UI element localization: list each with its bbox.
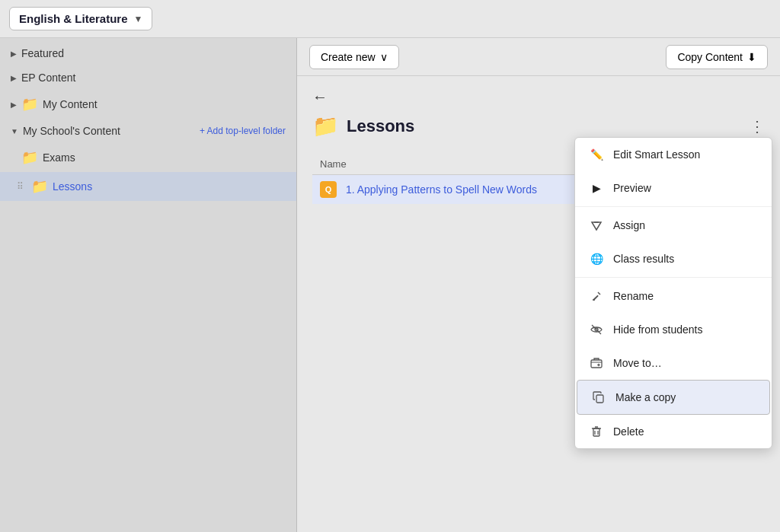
ctx-make-a-copy-label: Make a copy xyxy=(615,391,676,403)
create-new-button[interactable]: Create new ∨ xyxy=(309,45,399,69)
folder-large-icon: 📁 xyxy=(312,113,339,139)
subject-chevron: ▼ xyxy=(134,14,143,24)
ctx-edit-smart-lesson-label: Edit Smart Lesson xyxy=(613,148,700,161)
ctx-hide-label: Hide from students xyxy=(613,323,703,336)
create-new-chevron: ∨ xyxy=(380,51,388,63)
ctx-assign-label: Assign xyxy=(613,219,645,231)
exams-folder-icon: 📁 xyxy=(21,149,38,166)
ctx-delete[interactable]: Delete xyxy=(575,415,772,448)
topbar: English & Literature ▼ xyxy=(0,0,780,38)
lesson-name-cell: Q 1. Applying Patterns to Spell New Word… xyxy=(312,175,614,205)
main-layout: ▶ Featured ▶ EP Content ▶ 📁 My Content ▼… xyxy=(0,38,780,532)
sidebar-item-lessons[interactable]: ⠿ 📁 Lessons xyxy=(0,172,296,201)
ctx-divider-1 xyxy=(575,206,772,207)
folder-header: 📁 Lessons ⋮ xyxy=(312,113,765,139)
my-content-arrow: ▶ xyxy=(11,100,17,109)
copy-content-button[interactable]: Copy Content ⬇ xyxy=(666,45,768,69)
my-schools-content-left: ▼ My School's Content xyxy=(11,125,120,137)
ctx-move-to-label: Move to… xyxy=(613,357,662,369)
add-top-level-folder-button[interactable]: + Add top-level folder xyxy=(200,126,286,136)
svg-rect-6 xyxy=(596,395,603,403)
ctx-preview[interactable]: ▶ Preview xyxy=(575,171,772,205)
svg-rect-5 xyxy=(591,360,602,368)
folder-kebab-button[interactable]: ⋮ xyxy=(750,117,765,135)
add-folder-label: + Add top-level folder xyxy=(200,126,286,136)
sidebar-item-ep-content[interactable]: ▶ EP Content xyxy=(0,65,296,90)
ctx-preview-label: Preview xyxy=(613,182,651,194)
sidebar-item-exams[interactable]: 📁 Exams xyxy=(0,143,296,172)
content-body: ← 📁 Lessons ⋮ Name Owner Date Modif... xyxy=(297,76,780,532)
svg-line-4 xyxy=(592,325,601,334)
subject-label: English & Literature xyxy=(19,12,128,25)
delete-icon xyxy=(589,424,604,439)
ctx-assign[interactable]: Assign xyxy=(575,209,772,242)
preview-icon: ▶ xyxy=(589,180,604,196)
copy-content-label: Copy Content xyxy=(677,51,743,63)
my-content-folder-icon: 📁 xyxy=(21,96,38,113)
ctx-divider-2 xyxy=(575,277,772,278)
class-results-icon: 🌐 xyxy=(589,251,604,266)
rename-icon xyxy=(589,288,604,304)
ctx-class-results[interactable]: 🌐 Class results xyxy=(575,242,772,276)
sidebar-item-featured[interactable]: ▶ Featured xyxy=(0,41,296,65)
drag-handle-icon: ⠿ xyxy=(17,181,24,192)
content-toolbar: Create new ∨ Copy Content ⬇ xyxy=(297,38,780,76)
col-header-name: Name xyxy=(312,154,614,175)
back-button[interactable]: ← xyxy=(312,88,328,106)
my-schools-content-label: My School's Content xyxy=(23,125,120,137)
my-content-label: My Content xyxy=(43,98,98,110)
context-menu: ✏️ Edit Smart Lesson ▶ Preview xyxy=(574,137,772,449)
move-to-icon xyxy=(589,355,604,371)
ctx-hide-from-students[interactable]: Hide from students xyxy=(575,313,772,346)
lessons-folder-icon: 📁 xyxy=(31,178,48,195)
folder-title: Lessons xyxy=(347,116,414,136)
edit-smart-lesson-icon: ✏️ xyxy=(589,147,604,162)
svg-marker-0 xyxy=(592,222,601,230)
lesson-icon: Q xyxy=(320,181,337,198)
sidebar-item-my-content[interactable]: ▶ 📁 My Content xyxy=(0,90,296,119)
ctx-class-results-label: Class results xyxy=(613,253,674,265)
ep-content-label: EP Content xyxy=(21,72,75,84)
my-schools-arrow: ▼ xyxy=(11,127,18,135)
featured-label: Featured xyxy=(21,47,64,59)
make-a-copy-icon xyxy=(591,390,606,405)
ctx-edit-smart-lesson[interactable]: ✏️ Edit Smart Lesson xyxy=(575,138,772,171)
folder-title-left: 📁 Lessons xyxy=(312,113,414,139)
content-area: Create new ∨ Copy Content ⬇ ← 📁 Lessons … xyxy=(297,38,780,532)
hide-icon xyxy=(589,322,604,337)
create-new-label: Create new xyxy=(321,51,376,63)
ep-content-arrow: ▶ xyxy=(11,74,17,82)
featured-arrow: ▶ xyxy=(11,49,17,58)
subject-dropdown[interactable]: English & Literature ▼ xyxy=(9,7,152,30)
ctx-rename[interactable]: Rename xyxy=(575,279,772,313)
ctx-delete-label: Delete xyxy=(613,425,644,438)
exams-label: Exams xyxy=(43,151,75,164)
sidebar: ▶ Featured ▶ EP Content ▶ 📁 My Content ▼… xyxy=(0,38,297,532)
lesson-name: 1. Applying Patterns to Spell New Words xyxy=(346,183,537,196)
svg-rect-7 xyxy=(593,428,599,436)
copy-content-icon: ⬇ xyxy=(747,51,756,63)
back-arrow: ← xyxy=(312,88,328,105)
ctx-move-to[interactable]: Move to… xyxy=(575,346,772,380)
my-schools-content-section: ▼ My School's Content + Add top-level fo… xyxy=(0,119,296,143)
lessons-label: Lessons xyxy=(53,180,92,193)
ctx-make-a-copy[interactable]: Make a copy xyxy=(577,380,770,415)
ctx-rename-label: Rename xyxy=(613,290,654,302)
assign-icon xyxy=(589,218,604,233)
